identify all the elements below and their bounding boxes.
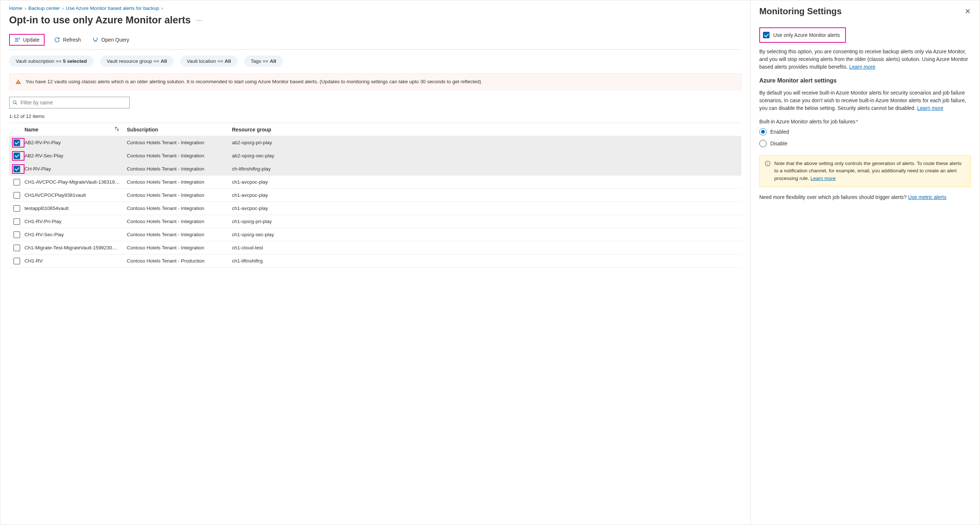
cell-sub: Contoso Hotels Tenant - Integration: [127, 219, 232, 224]
cell-sub: Contoso Hotels Tenant - Integration: [127, 232, 232, 237]
table-row[interactable]: CH1AVCPOCPlay9381vaultContoso Hotels Ten…: [9, 189, 741, 202]
chevron-right-icon: ›: [62, 5, 64, 11]
opt-description: By selecting this option, you are consen…: [759, 48, 971, 71]
row-checkbox[interactable]: [14, 192, 20, 198]
cell-name: CH1-RV: [24, 258, 127, 263]
cell-name: AB2-RV-Pri-Play: [24, 140, 127, 145]
row-checkbox[interactable]: [14, 258, 20, 264]
table-row[interactable]: CH1-RVContoso Hotels Tenant - Production…: [9, 254, 741, 268]
settings-heading: Azure Monitor alert settings: [759, 78, 971, 84]
svg-point-0: [13, 101, 16, 104]
cell-name: AB2-RV-Sec-Play: [24, 153, 127, 159]
radio-disable[interactable]: Disable: [759, 140, 971, 147]
cell-rg: ab2-opsrg-sec-play: [232, 153, 738, 159]
table-row[interactable]: AB2-RV-Sec-PlayContoso Hotels Tenant - I…: [9, 149, 741, 162]
cell-sub: Contoso Hotels Tenant - Integration: [127, 140, 232, 145]
cell-sub: Contoso Hotels Tenant - Production: [127, 258, 232, 263]
more-icon[interactable]: …: [196, 15, 202, 23]
table-row[interactable]: CH1-RV-Sec-PlayContoso Hotels Tenant - I…: [9, 228, 741, 241]
learn-more-link-2[interactable]: Learn more: [917, 105, 943, 111]
warning-banner: You have 12 vaults using classic alerts …: [9, 73, 741, 90]
cell-name: CH-RV-Play: [24, 166, 127, 171]
crumb-alerts[interactable]: Use Azure Monitor based alerts for backu…: [66, 5, 159, 11]
table-row[interactable]: CH1-RV-Pri-PlayContoso Hotels Tenant - I…: [9, 215, 741, 228]
col-name[interactable]: Name: [24, 127, 38, 133]
row-checkbox[interactable]: [14, 232, 20, 238]
job-failures-radio-group: Enabled Disable: [759, 128, 971, 147]
chevron-right-icon: ›: [24, 5, 26, 11]
radio-icon: [759, 128, 767, 135]
query-icon: [92, 37, 98, 43]
cell-name: CH1AVCPOCPlay9381vault: [24, 192, 127, 198]
radio-enabled[interactable]: Enabled: [759, 128, 971, 135]
row-checkbox[interactable]: [14, 218, 20, 225]
learn-more-link-3[interactable]: Learn more: [810, 176, 836, 181]
row-checkbox[interactable]: [14, 140, 20, 146]
cell-rg: ch1-avcpoc-play: [232, 206, 738, 211]
cell-rg: ch1-avcpoc-play: [232, 179, 738, 185]
update-icon: [14, 37, 20, 43]
use-monitor-alerts-label: Use only Azure Monitor alerts: [773, 32, 840, 38]
cell-sub: Contoso Hotels Tenant - Integration: [127, 179, 232, 185]
cell-sub: Contoso Hotels Tenant - Integration: [127, 166, 232, 171]
cell-name: CH1-RV-Pri-Play: [24, 219, 127, 224]
search-icon: [13, 100, 18, 105]
row-checkbox[interactable]: [14, 152, 20, 159]
filter-location[interactable]: Vault location == All: [180, 56, 237, 67]
filter-subscription[interactable]: Vault subscription == 5 selected: [9, 56, 94, 67]
filter-input-wrap[interactable]: [9, 97, 130, 108]
filter-pills: Vault subscription == 5 selected Vault r…: [9, 56, 741, 67]
use-monitor-alerts-option[interactable]: Use only Azure Monitor alerts: [759, 27, 846, 43]
cell-name: testappl010654vault: [24, 206, 127, 211]
row-checkbox[interactable]: [14, 166, 20, 172]
filter-input[interactable]: [21, 100, 126, 106]
use-monitor-alerts-checkbox[interactable]: [763, 32, 770, 38]
update-label: Update: [23, 37, 40, 43]
breadcrumb: Home › Backup center › Use Azure Monitor…: [9, 5, 741, 11]
open-query-button[interactable]: Open Query: [90, 35, 131, 44]
row-checkbox[interactable]: [14, 205, 20, 212]
col-resource-group[interactable]: Resource group: [232, 127, 738, 133]
filter-resource-group[interactable]: Vault resource group == All: [100, 56, 173, 67]
table-row[interactable]: testappl010654vaultContoso Hotels Tenant…: [9, 202, 741, 215]
table-row[interactable]: AB2-RV-Pri-PlayContoso Hotels Tenant - I…: [9, 136, 741, 149]
col-subscription[interactable]: Subscription: [127, 127, 232, 133]
use-metric-alerts-link[interactable]: Use metric alerts: [908, 194, 947, 200]
warning-icon: [15, 79, 21, 85]
refresh-label: Refresh: [63, 37, 81, 43]
table-row[interactable]: CH-RV-PlayContoso Hotels Tenant - Integr…: [9, 162, 741, 176]
crumb-backup-center[interactable]: Backup center: [29, 5, 60, 11]
item-count: 1-12 of 12 items: [9, 114, 741, 119]
sort-icon[interactable]: [115, 126, 119, 133]
refresh-button[interactable]: Refresh: [52, 35, 83, 44]
table-row[interactable]: CH1-AVCPOC-Play-MigrateVault-136319…Cont…: [9, 176, 741, 189]
cell-sub: Contoso Hotels Tenant - Integration: [127, 245, 232, 251]
close-icon[interactable]: ✕: [965, 7, 971, 16]
crumb-home[interactable]: Home: [9, 5, 22, 11]
row-checkbox[interactable]: [14, 244, 20, 251]
radio-disable-label: Disable: [770, 141, 788, 146]
cell-sub: Contoso Hotels Tenant - Integration: [127, 192, 232, 198]
note-text: Note that the above setting only control…: [774, 161, 961, 181]
cell-rg: ch1-liftnshiftrg: [232, 258, 738, 263]
info-icon: [765, 161, 771, 167]
cell-rg: ch1-opsrg-pri-play: [232, 219, 738, 224]
chevron-right-icon: ›: [161, 5, 163, 11]
cell-sub: Contoso Hotels Tenant - Integration: [127, 153, 232, 159]
table-row[interactable]: Ch1-Migrate-Test-MigrateVault-1599230…Co…: [9, 241, 741, 254]
filter-tags[interactable]: Tags == All: [244, 56, 283, 67]
monitoring-settings-panel: Monitoring Settings ✕ Use only Azure Mon…: [750, 0, 980, 525]
vault-table: Name Subscription Resource group AB2-RV-…: [9, 123, 741, 525]
page-title: Opt-in to use only Azure Monitor alerts: [9, 14, 191, 26]
warning-text: You have 12 vaults using classic alerts …: [25, 78, 481, 86]
learn-more-link-1[interactable]: Learn more: [849, 64, 875, 70]
job-failures-label: Built-in Azure Monitor alerts for job fa…: [759, 119, 971, 124]
update-button[interactable]: Update: [9, 34, 45, 46]
cell-name: CH1-RV-Sec-Play: [24, 232, 127, 237]
cell-name: Ch1-Migrate-Test-MigrateVault-1599230…: [24, 245, 127, 251]
cell-name: CH1-AVCPOC-Play-MigrateVault-136319…: [24, 179, 127, 185]
panel-title: Monitoring Settings: [759, 6, 842, 16]
table-header: Name Subscription Resource group: [9, 123, 741, 136]
row-checkbox[interactable]: [14, 179, 20, 186]
cell-rg: ch1-opsrg-sec-play: [232, 232, 738, 237]
